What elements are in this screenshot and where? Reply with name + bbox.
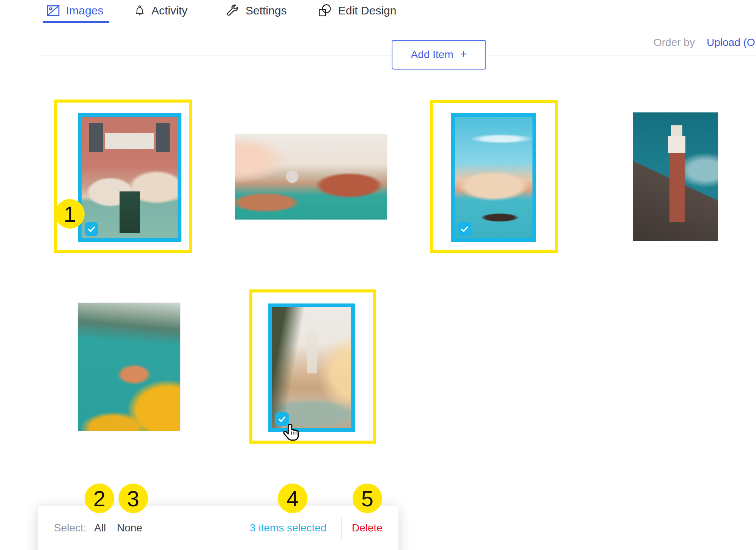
- gallery-item-verona-cityscape[interactable]: [272, 307, 351, 428]
- item-checkbox-checked[interactable]: [458, 222, 471, 236]
- plus-icon: +: [460, 47, 467, 61]
- item-checkbox-checked[interactable]: [85, 222, 98, 236]
- annotation-badge-2: 2: [85, 484, 114, 513]
- order-by-value-link[interactable]: Upload (O: [707, 36, 755, 49]
- images-icon: [46, 3, 60, 18]
- annotation-badge-5: 5: [353, 484, 382, 513]
- delete-button[interactable]: Delete: [352, 522, 383, 534]
- annotation-badge-3: 3: [118, 484, 148, 513]
- tab-label: Settings: [246, 4, 287, 17]
- gallery-item-venice-aerial[interactable]: [235, 134, 387, 220]
- select-label: Select:: [54, 522, 87, 534]
- active-tab-underline: [43, 21, 109, 23]
- add-item-label: Add Item: [411, 49, 453, 61]
- order-by-label: Order by: [654, 36, 695, 49]
- add-item-button[interactable]: Add Item +: [392, 40, 486, 70]
- select-none-button[interactable]: None: [117, 522, 142, 534]
- gallery-item-vernazza-coast[interactable]: [78, 303, 180, 431]
- select-all-button[interactable]: All: [94, 522, 106, 534]
- annotation-badge-4: 4: [278, 484, 307, 513]
- bell-icon: [134, 4, 146, 17]
- gallery-manager-window: Images Activity Settings Edit Design Add…: [0, 0, 756, 550]
- wrench-icon: [225, 3, 240, 18]
- checkmark-icon: [87, 224, 96, 234]
- selection-bar: Select: All None 3 items selected Delete: [38, 506, 398, 550]
- tab-images[interactable]: Images: [46, 1, 103, 21]
- tab-label: Images: [66, 4, 103, 17]
- tab-settings[interactable]: Settings: [225, 1, 287, 21]
- annotation-badge-1: 1: [55, 199, 85, 229]
- gallery-item-venetian-facade[interactable]: [82, 117, 178, 238]
- checkmark-icon: [460, 224, 469, 234]
- tab-label: Edit Design: [338, 4, 396, 17]
- selection-bar-divider: [341, 518, 342, 540]
- gallery-item-rialto-bridge[interactable]: [455, 117, 532, 238]
- shapes-icon: [317, 3, 332, 18]
- gallery-item-campanile-tower[interactable]: [633, 112, 718, 241]
- hand-pointer-cursor: [282, 422, 301, 444]
- tab-edit-design[interactable]: Edit Design: [317, 1, 396, 21]
- tab-label: Activity: [151, 4, 187, 17]
- items-selected-count[interactable]: 3 items selected: [250, 522, 326, 534]
- tab-activity[interactable]: Activity: [134, 1, 187, 21]
